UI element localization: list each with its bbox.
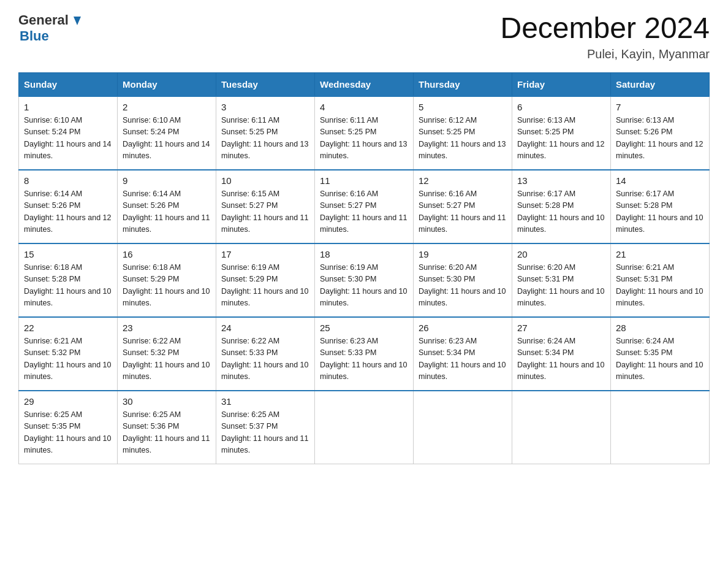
column-header-thursday: Thursday [414, 72, 512, 96]
day-info: Sunrise: 6:10 AMSunset: 5:24 PMDaylight:… [24, 115, 112, 163]
day-info: Sunrise: 6:13 AMSunset: 5:25 PMDaylight:… [517, 115, 605, 163]
day-info: Sunrise: 6:21 AMSunset: 5:32 PMDaylight:… [24, 335, 112, 383]
column-header-tuesday: Tuesday [216, 72, 315, 96]
day-info: Sunrise: 6:22 AMSunset: 5:33 PMDaylight:… [221, 335, 309, 383]
calendar-cell: 14 Sunrise: 6:17 AMSunset: 5:28 PMDaylig… [611, 170, 710, 243]
day-number: 6 [517, 102, 605, 112]
calendar-cell: 10 Sunrise: 6:15 AMSunset: 5:27 PMDaylig… [216, 170, 315, 243]
calendar-cell: 31 Sunrise: 6:25 AMSunset: 5:37 PMDaylig… [216, 391, 315, 464]
day-number: 16 [123, 249, 211, 259]
day-number: 5 [419, 102, 507, 112]
day-info: Sunrise: 6:23 AMSunset: 5:33 PMDaylight:… [320, 335, 408, 383]
calendar-cell: 13 Sunrise: 6:17 AMSunset: 5:28 PMDaylig… [512, 170, 611, 243]
day-number: 14 [616, 175, 704, 186]
day-info: Sunrise: 6:20 AMSunset: 5:30 PMDaylight:… [419, 262, 507, 310]
location-subtitle: Pulei, Kayin, Myanmar [500, 47, 710, 61]
calendar-cell: 29 Sunrise: 6:25 AMSunset: 5:35 PMDaylig… [19, 391, 118, 464]
day-number: 27 [517, 323, 605, 333]
logo: General Blue [18, 12, 83, 44]
day-number: 21 [616, 249, 704, 259]
column-header-monday: Monday [118, 72, 216, 96]
day-info: Sunrise: 6:13 AMSunset: 5:26 PMDaylight:… [616, 115, 704, 163]
day-info: Sunrise: 6:10 AMSunset: 5:24 PMDaylight:… [123, 115, 211, 163]
day-number: 1 [24, 102, 112, 112]
calendar-cell: 2 Sunrise: 6:10 AMSunset: 5:24 PMDayligh… [118, 96, 216, 170]
calendar-cell: 17 Sunrise: 6:19 AMSunset: 5:29 PMDaylig… [216, 243, 315, 317]
day-number: 2 [123, 102, 211, 112]
day-info: Sunrise: 6:17 AMSunset: 5:28 PMDaylight:… [616, 188, 704, 236]
day-number: 30 [123, 396, 211, 407]
day-number: 22 [24, 323, 112, 333]
calendar-cell: 12 Sunrise: 6:16 AMSunset: 5:27 PMDaylig… [414, 170, 512, 243]
day-number: 4 [320, 102, 408, 112]
calendar-cell: 16 Sunrise: 6:18 AMSunset: 5:29 PMDaylig… [118, 243, 216, 317]
day-number: 9 [123, 175, 211, 186]
day-number: 12 [419, 175, 507, 186]
calendar-cell: 21 Sunrise: 6:21 AMSunset: 5:31 PMDaylig… [611, 243, 710, 317]
calendar-cell: 18 Sunrise: 6:19 AMSunset: 5:30 PMDaylig… [315, 243, 414, 317]
calendar-cell: 26 Sunrise: 6:23 AMSunset: 5:34 PMDaylig… [414, 317, 512, 391]
day-number: 20 [517, 249, 605, 259]
day-info: Sunrise: 6:14 AMSunset: 5:26 PMDaylight:… [123, 188, 211, 236]
day-number: 18 [320, 249, 408, 259]
day-number: 25 [320, 323, 408, 333]
day-number: 26 [419, 323, 507, 333]
calendar-cell [512, 391, 611, 464]
calendar-table: SundayMondayTuesdayWednesdayThursdayFrid… [18, 72, 710, 465]
day-info: Sunrise: 6:14 AMSunset: 5:26 PMDaylight:… [24, 188, 112, 236]
calendar-cell [611, 391, 710, 464]
calendar-cell: 8 Sunrise: 6:14 AMSunset: 5:26 PMDayligh… [19, 170, 118, 243]
calendar-cell: 25 Sunrise: 6:23 AMSunset: 5:33 PMDaylig… [315, 317, 414, 391]
day-info: Sunrise: 6:20 AMSunset: 5:31 PMDaylight:… [517, 262, 605, 310]
day-info: Sunrise: 6:16 AMSunset: 5:27 PMDaylight:… [419, 188, 507, 236]
svg-marker-0 [74, 17, 81, 25]
column-header-wednesday: Wednesday [315, 72, 414, 96]
day-number: 31 [221, 396, 309, 407]
calendar-week-row: 8 Sunrise: 6:14 AMSunset: 5:26 PMDayligh… [19, 170, 710, 243]
calendar-week-row: 29 Sunrise: 6:25 AMSunset: 5:35 PMDaylig… [19, 391, 710, 464]
logo-triangle-icon [70, 14, 83, 28]
calendar-week-row: 22 Sunrise: 6:21 AMSunset: 5:32 PMDaylig… [19, 317, 710, 391]
month-year-title: December 2024 [500, 12, 710, 45]
day-number: 8 [24, 175, 112, 186]
day-info: Sunrise: 6:24 AMSunset: 5:34 PMDaylight:… [517, 335, 605, 383]
day-info: Sunrise: 6:18 AMSunset: 5:28 PMDaylight:… [24, 262, 112, 310]
calendar-cell [315, 391, 414, 464]
calendar-cell: 15 Sunrise: 6:18 AMSunset: 5:28 PMDaylig… [19, 243, 118, 317]
calendar-cell: 28 Sunrise: 6:24 AMSunset: 5:35 PMDaylig… [611, 317, 710, 391]
logo-text-general: General [18, 12, 69, 28]
day-info: Sunrise: 6:19 AMSunset: 5:30 PMDaylight:… [320, 262, 408, 310]
calendar-week-row: 1 Sunrise: 6:10 AMSunset: 5:24 PMDayligh… [19, 96, 710, 170]
day-info: Sunrise: 6:11 AMSunset: 5:25 PMDaylight:… [320, 115, 408, 163]
page-header: General Blue December 2024 Pulei, Kayin,… [18, 12, 710, 61]
calendar-week-row: 15 Sunrise: 6:18 AMSunset: 5:28 PMDaylig… [19, 243, 710, 317]
day-number: 29 [24, 396, 112, 407]
day-info: Sunrise: 6:18 AMSunset: 5:29 PMDaylight:… [123, 262, 211, 310]
day-number: 15 [24, 249, 112, 259]
day-info: Sunrise: 6:12 AMSunset: 5:25 PMDaylight:… [419, 115, 507, 163]
calendar-cell: 20 Sunrise: 6:20 AMSunset: 5:31 PMDaylig… [512, 243, 611, 317]
day-number: 10 [221, 175, 309, 186]
calendar-cell: 6 Sunrise: 6:13 AMSunset: 5:25 PMDayligh… [512, 96, 611, 170]
day-number: 19 [419, 249, 507, 259]
day-number: 24 [221, 323, 309, 333]
calendar-cell: 1 Sunrise: 6:10 AMSunset: 5:24 PMDayligh… [19, 96, 118, 170]
day-number: 11 [320, 175, 408, 186]
day-info: Sunrise: 6:21 AMSunset: 5:31 PMDaylight:… [616, 262, 704, 310]
day-info: Sunrise: 6:24 AMSunset: 5:35 PMDaylight:… [616, 335, 704, 383]
column-header-saturday: Saturday [611, 72, 710, 96]
day-number: 23 [123, 323, 211, 333]
day-info: Sunrise: 6:15 AMSunset: 5:27 PMDaylight:… [221, 188, 309, 236]
calendar-cell: 3 Sunrise: 6:11 AMSunset: 5:25 PMDayligh… [216, 96, 315, 170]
day-info: Sunrise: 6:23 AMSunset: 5:34 PMDaylight:… [419, 335, 507, 383]
calendar-cell: 5 Sunrise: 6:12 AMSunset: 5:25 PMDayligh… [414, 96, 512, 170]
calendar-cell: 22 Sunrise: 6:21 AMSunset: 5:32 PMDaylig… [19, 317, 118, 391]
day-info: Sunrise: 6:11 AMSunset: 5:25 PMDaylight:… [221, 115, 309, 163]
day-number: 3 [221, 102, 309, 112]
day-number: 7 [616, 102, 704, 112]
calendar-cell: 30 Sunrise: 6:25 AMSunset: 5:36 PMDaylig… [118, 391, 216, 464]
calendar-header-row: SundayMondayTuesdayWednesdayThursdayFrid… [19, 72, 710, 96]
column-header-sunday: Sunday [19, 72, 118, 96]
day-number: 28 [616, 323, 704, 333]
day-info: Sunrise: 6:25 AMSunset: 5:36 PMDaylight:… [123, 409, 211, 457]
